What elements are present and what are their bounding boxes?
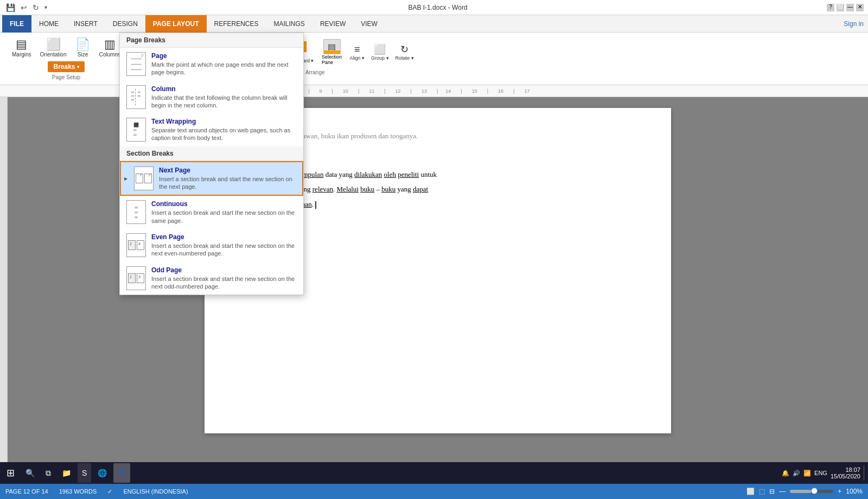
volume-icon[interactable]: 🔊: [793, 470, 800, 477]
section-breaks-header: Section Breaks: [120, 146, 303, 161]
zoom-out-button[interactable]: —: [779, 488, 786, 495]
window-controls[interactable]: ? ⬜ — ✕: [827, 4, 864, 11]
notification-icon[interactable]: 🔔: [782, 470, 789, 477]
margins-button[interactable]: ▤ Margins: [9, 37, 35, 59]
tab-mailings[interactable]: MAILINGS: [266, 15, 312, 33]
page-setup-label: Page Setup: [52, 74, 80, 80]
tab-design[interactable]: DESIGN: [105, 15, 145, 33]
taskbar-date: 15/05/2020: [831, 473, 860, 479]
page-breaks-header: Page Breaks: [120, 33, 303, 48]
group-icon: ⬜: [374, 43, 386, 55]
tab-review[interactable]: REVIEW: [312, 15, 353, 33]
view-icon-1[interactable]: ⬜: [746, 488, 755, 495]
next-page-title: Next Page: [159, 167, 296, 174]
text-wrap-break-item[interactable]: ⬛══ Text Wrapping Separate text around o…: [120, 113, 303, 146]
selection-pane-label: SelectionPane: [322, 54, 342, 65]
ribbon-tabs: FILE HOME INSERT DESIGN PAGE LAYOUT REFE…: [0, 15, 868, 33]
continuous-break-text: Continuous Insert a section break and st…: [151, 200, 297, 225]
even-page-desc: Insert a section break and start the new…: [151, 242, 297, 258]
doc-text-3: Suatu teknik pengumpulan data yang dilak…: [248, 168, 628, 181]
page-break-item[interactable]: ───────── Page Mark the point at which o…: [120, 48, 303, 81]
save-icon[interactable]: 💾: [4, 3, 17, 12]
sign-in-link[interactable]: Sign in: [844, 20, 864, 28]
next-page-desc: Insert a section break and start the new…: [159, 175, 296, 191]
ribbon-group-page-setup: ▤ Margins ⬜ Orientation 📄 Size ▥ Columns…: [4, 35, 129, 82]
group-button[interactable]: ⬜ Group ▾: [369, 42, 391, 62]
undo-icon[interactable]: ↩: [19, 3, 29, 12]
tab-view[interactable]: VIEW: [353, 15, 385, 33]
text-wrap-break-icon: ⬛══: [126, 118, 146, 142]
columns-icon: ▥: [104, 39, 116, 50]
chrome-button[interactable]: 🌐: [93, 463, 111, 483]
tab-home[interactable]: HOME: [31, 15, 66, 33]
clock: 18:07 15/05/2020: [831, 466, 860, 479]
left-sidebar: [0, 97, 8, 495]
restore-button[interactable]: ⬜: [837, 4, 844, 11]
align-button[interactable]: ≡ Align ▾: [348, 43, 367, 62]
quick-access[interactable]: 💾 ↩ ↻ ▾: [4, 3, 49, 12]
breaks-arrow-icon: ▾: [77, 65, 79, 69]
doc-text-5: oleh dari perpustakaan.: [248, 198, 628, 210]
status-bar: PAGE 12 OF 14 1963 WORDS ✓ ENGLISH (INDO…: [0, 484, 868, 499]
network-icon[interactable]: 📶: [803, 470, 811, 477]
next-page-break-item[interactable]: ▶ Next Page Insert a section break and s…: [120, 161, 303, 196]
breaks-dropdown-menu: Page Breaks ───────── Page Mark the poin…: [119, 33, 304, 295]
zoom-thumb[interactable]: [811, 488, 818, 494]
help-button[interactable]: ?: [827, 4, 834, 11]
zoom-in-button[interactable]: +: [838, 488, 841, 495]
page-break-text: Page Mark the point at which one page en…: [151, 52, 297, 76]
taskbar-time: 18:07: [845, 466, 860, 473]
rotate-button[interactable]: ↻ Rotate ▾: [393, 42, 416, 62]
tab-references[interactable]: REFERENCES: [207, 15, 266, 33]
even-page-break-text: Even Page Insert a section break and sta…: [151, 233, 297, 258]
doc-text-2: li Pustaka: [248, 146, 628, 159]
column-break-desc: Indicate that the text following the col…: [151, 94, 297, 110]
column-break-item[interactable]: ═══ ══ Column Indicate that the text fol…: [120, 81, 303, 114]
page-info: PAGE 12 OF 14: [5, 488, 48, 495]
selection-pane-button[interactable]: ▤ SelectionPane: [318, 37, 346, 67]
even-page-break-item[interactable]: 2 4 Even Page Insert a section break and…: [120, 229, 303, 262]
margins-icon: ▤: [16, 39, 27, 50]
title-bar: 💾 ↩ ↻ ▾ BAB I-1.docx - Word ? ⬜ — ✕: [0, 0, 868, 15]
tab-file[interactable]: FILE: [2, 15, 31, 33]
orientation-icon: ⬜: [46, 39, 61, 50]
orientation-button[interactable]: ⬜ Orientation: [37, 37, 70, 59]
show-desktop-button[interactable]: [864, 465, 866, 481]
start-button[interactable]: ⊞: [2, 463, 19, 483]
tab-page-layout[interactable]: PAGE LAYOUT: [145, 15, 207, 33]
taskbar-language: ENG: [814, 470, 827, 476]
redo-icon[interactable]: ↻: [31, 3, 41, 12]
odd-page-desc: Insert a section break and start the new…: [151, 275, 297, 291]
language-status: ENGLISH (INDONESIA): [123, 488, 188, 495]
text-wrap-title: Text Wrapping: [151, 118, 297, 125]
breaks-button[interactable]: Breaks ▾: [48, 61, 84, 72]
size-button[interactable]: 📄 Size: [72, 37, 94, 59]
minimize-button[interactable]: —: [846, 4, 854, 11]
tab-insert[interactable]: INSERT: [66, 15, 105, 33]
zoom-slider[interactable]: [790, 490, 833, 493]
continuous-break-item[interactable]: ═══ Continuous Insert a section break an…: [120, 196, 303, 229]
align-icon: ≡: [354, 44, 360, 55]
doc-text-1: sile buku dalva kayawan, buku ikan produ…: [248, 130, 628, 142]
odd-page-break-item[interactable]: 1 3 Odd Page Insert a section break and …: [120, 262, 303, 295]
page-break-title: Page: [151, 52, 297, 60]
word-button[interactable]: W: [113, 463, 130, 483]
column-break-title: Column: [151, 85, 297, 93]
view-icon-2[interactable]: ⬚: [759, 488, 765, 495]
selection-pane-icon: ▤: [323, 39, 341, 54]
file-explorer-button[interactable]: 📁: [58, 463, 75, 483]
close-button[interactable]: ✕: [856, 4, 864, 11]
snagit-button[interactable]: S: [78, 463, 91, 483]
breaks-label: Breaks: [53, 63, 75, 71]
column-break-icon: ═══ ══: [126, 85, 146, 109]
odd-page-break-icon: 1 3: [126, 266, 146, 290]
next-page-break-text: Next Page Insert a section break and sta…: [159, 167, 296, 191]
customize-icon[interactable]: ▾: [43, 4, 49, 10]
continuous-title: Continuous: [151, 200, 297, 208]
search-taskbar-button[interactable]: 🔍: [21, 463, 39, 483]
page-break-icon: ─────────: [126, 52, 146, 76]
doc-text-4: ghipun data-data yang relevan. Melalui b…: [248, 183, 628, 195]
view-icon-3[interactable]: ⊟: [769, 488, 775, 495]
column-break-text: Column Indicate that the text following …: [151, 85, 297, 110]
task-view-button[interactable]: ⧉: [41, 463, 55, 483]
